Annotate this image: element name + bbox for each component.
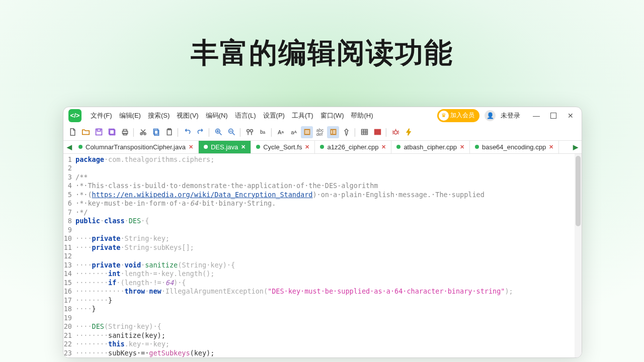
file-dot-icon [256,145,260,149]
tab-label: ColumnarTranspositionCipher.java [86,143,186,151]
replace-icon[interactable]: ba [257,126,269,138]
save-all-icon[interactable] [106,126,118,138]
tab-close-icon[interactable]: ✕ [241,144,246,150]
case-icon[interactable]: aA [288,126,300,138]
file-dot-icon [204,145,208,149]
copy-icon[interactable] [150,126,162,138]
svg-line-18 [232,133,234,135]
menu-search[interactable]: 搜索(S) [148,111,170,120]
tab-label: DES.java [211,143,238,151]
zoom-in-icon[interactable] [212,126,224,138]
tab-label: a1z26_cipher.cpp [327,143,378,151]
menu-file[interactable]: 文件(F) [91,111,112,120]
redo-icon[interactable] [194,126,206,138]
file-dot-icon [320,145,324,149]
svg-rect-6 [123,133,127,135]
scrollbar-thumb[interactable] [576,156,581,226]
menu-help[interactable]: 帮助(H) [351,111,373,120]
menubar: </> 文件(F) 编辑(E) 搜索(S) 视图(V) 编码(N) 语言(L) … [63,107,582,124]
minimize-button[interactable]: — [530,110,542,122]
toolbar: │ │ │ │ ba │ Aa aA abcdef │ │ [63,124,582,141]
zoom-out-icon[interactable] [225,126,237,138]
svg-rect-1 [97,129,101,131]
undo-icon[interactable] [181,126,193,138]
svg-rect-5 [123,130,127,131]
open-file-icon[interactable] [79,126,92,138]
svg-point-37 [394,131,397,134]
tab-columnar[interactable]: ColumnarTranspositionCipher.java✕ [73,141,199,153]
tab-label: base64_encoding.cpp [482,143,546,151]
font-size-icon[interactable]: Aa [275,126,287,138]
wikipedia-link[interactable]: https://en.wikipedia.org/wiki/Data_Encry… [92,191,313,199]
tab-atbash[interactable]: atbash_cipher.cpp✕ [391,141,470,153]
vertical-scrollbar[interactable] [575,154,582,358]
run-icon[interactable] [403,126,415,138]
svg-rect-36 [374,130,380,135]
menu-window[interactable]: 窗口(W) [320,111,344,120]
pin-icon[interactable] [340,126,352,138]
find-icon[interactable] [244,126,256,138]
line-numbers-icon[interactable] [301,126,313,138]
join-member-button[interactable]: ♛ 加入会员 [437,109,479,122]
paste-icon[interactable] [163,126,175,138]
menu-edit[interactable]: 编辑(E) [119,111,141,120]
menu-items: 文件(F) 编辑(E) 搜索(S) 视图(V) 编码(N) 语言(L) 设置(P… [91,111,373,120]
menu-language[interactable]: 语言(L) [235,111,256,120]
tab-close-icon[interactable]: ✕ [549,144,553,150]
tab-close-icon[interactable]: ✕ [381,144,386,150]
app-logo-icon: </> [68,109,82,122]
close-window-button[interactable]: ✕ [565,110,577,122]
tab-des[interactable]: DES.java✕ [199,141,251,153]
svg-rect-11 [167,130,172,135]
file-dot-icon [78,145,83,149]
svg-point-21 [250,130,253,132]
tab-close-icon[interactable]: ✕ [460,144,464,150]
tab-cyclesort[interactable]: Cycle_Sort.fs✕ [251,141,315,153]
word-wrap-icon[interactable]: abcdef [314,126,326,138]
svg-rect-31 [361,130,367,135]
tab-scroll-right[interactable]: ▶ [572,141,580,153]
code-editor[interactable]: 1 2 3 4 5 6 7 8 9 10 11 12 13 14 15 16 1… [63,154,582,358]
tab-label: atbash_cipher.cpp [404,143,457,151]
tab-scroll-left[interactable]: ◀ [65,141,73,153]
maximize-button[interactable] [547,110,559,122]
svg-point-20 [247,130,249,132]
tab-a1z26[interactable]: a1z26_cipher.cpp✕ [315,141,391,153]
tab-bar: ◀ ColumnarTranspositionCipher.java✕ DES.… [63,141,582,153]
tab-label: Cycle_Sort.fs [263,143,302,151]
file-dot-icon [396,145,400,149]
terminal-icon[interactable] [371,126,383,138]
avatar-icon[interactable]: 👤 [485,110,496,121]
grid-icon[interactable] [358,126,370,138]
login-status[interactable]: 未登录 [501,111,520,120]
menu-settings[interactable]: 设置(P) [263,111,285,120]
cut-icon[interactable] [137,126,149,138]
menu-tools[interactable]: 工具(T) [292,111,313,120]
save-icon[interactable] [93,126,105,138]
svg-line-14 [219,133,221,135]
bug-icon[interactable] [389,126,401,138]
line-gutter: 1 2 3 4 5 6 7 8 9 10 11 12 13 14 15 16 1… [63,154,73,358]
new-file-icon[interactable] [66,126,78,138]
tab-close-icon[interactable]: ✕ [305,144,309,150]
page-headline: 丰富的编辑阅读功能 [0,34,644,72]
file-dot-icon [475,145,479,149]
tab-close-icon[interactable]: ✕ [189,144,193,150]
menubar-right: ♛ 加入会员 👤 未登录 — ✕ [437,109,577,122]
print-icon[interactable] [119,126,131,138]
tab-base64[interactable]: base64_encoding.cpp✕ [470,141,559,153]
crown-icon: ♛ [439,111,449,121]
app-window: </> 文件(F) 编辑(E) 搜索(S) 视图(V) 编码(N) 语言(L) … [63,107,582,358]
join-member-label: 加入会员 [450,111,474,120]
menu-view[interactable]: 视图(V) [177,111,198,120]
indent-guide-icon[interactable] [327,126,339,138]
menu-encoding[interactable]: 编码(N) [206,111,228,120]
code-area[interactable]: package·com.thealgorithms.ciphers; /** ·… [73,154,582,358]
